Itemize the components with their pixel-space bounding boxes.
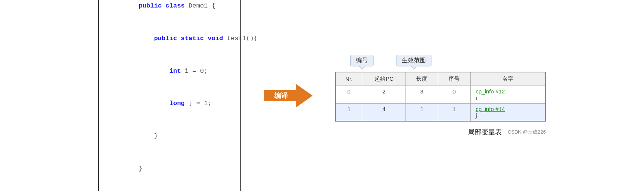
kw-long: long <box>169 100 188 107</box>
right-panel: 编号 生效范围 Nr. 起始PC 长度 序号 名字 0 2 3 0 <box>335 55 546 137</box>
row0-name-var: i <box>476 95 477 101</box>
code-line-6: } <box>108 153 231 185</box>
row1-seq: 1 <box>438 103 470 121</box>
kw-public-2: public <box>154 35 181 42</box>
kw-public-1: public <box>139 2 166 9</box>
row0-seq: 0 <box>438 86 470 103</box>
row0-length: 3 <box>406 86 438 103</box>
col-nr: Nr. <box>336 72 362 86</box>
code-box: public class Demo1 { public static void … <box>98 0 241 191</box>
row0-start-pc: 2 <box>362 86 406 103</box>
main-container: public class Demo1 { public static void … <box>0 0 644 191</box>
row0-nr: 0 <box>336 86 362 103</box>
table-header-row: Nr. 起始PC 长度 序号 名字 <box>336 72 545 86</box>
tooltip-nr: 编号 <box>350 55 374 66</box>
var-table: Nr. 起始PC 长度 序号 名字 0 2 3 0 cp_info #12 i <box>335 72 546 122</box>
col-name: 名字 <box>470 72 545 86</box>
row0-name: cp_info #12 i <box>470 86 545 103</box>
method-name: test1(){ <box>227 35 258 42</box>
row1-nr: 1 <box>336 103 362 121</box>
col-length: 长度 <box>406 72 438 86</box>
row1-length: 1 <box>406 103 438 121</box>
row1-start-pc: 4 <box>362 103 406 121</box>
kw-void: void <box>208 35 227 42</box>
svg-text:编译: 编译 <box>274 92 288 99</box>
tooltip-row: 编号 生效范围 <box>350 55 431 66</box>
arrow-wrapper: 编译 <box>264 81 313 111</box>
kw-static: static <box>181 35 208 42</box>
source-panel: public class Demo1 { public static void … <box>98 0 241 191</box>
table-row: 1 4 1 1 cp_info #14 j <box>336 103 545 121</box>
var-i: i = 0; <box>185 68 208 75</box>
tooltip-scope: 生效范围 <box>396 55 431 66</box>
code-line-4: long j = 1; <box>108 88 231 120</box>
arrow-section: 编译 <box>264 81 313 111</box>
close-brace-2: } <box>139 165 143 172</box>
code-line-3: int i = 0; <box>108 55 231 88</box>
row1-name: cp_info #14 j <box>470 103 545 121</box>
row1-name-var: j <box>476 112 477 119</box>
compile-arrow: 编译 <box>264 81 313 111</box>
kw-class: class <box>166 2 188 9</box>
col-start-pc: 起始PC <box>362 72 406 86</box>
col-seq: 序号 <box>438 72 470 86</box>
row0-name-link[interactable]: cp_info #12 <box>476 88 505 95</box>
csdn-watermark: CSDN @玉成226 <box>508 129 546 135</box>
code-line-1: public class Demo1 { <box>108 0 231 23</box>
class-name: Demo1 { <box>188 2 215 9</box>
table-row: 0 2 3 0 cp_info #12 i <box>336 86 545 103</box>
code-line-5: } <box>108 120 231 153</box>
bottom-label-row: 局部变量表 CSDN @玉成226 <box>335 128 546 137</box>
row1-name-link[interactable]: cp_info #14 <box>476 106 505 112</box>
var-j: j = 1; <box>188 100 211 107</box>
table-main-label: 局部变量表 <box>468 128 502 137</box>
svg-marker-0 <box>264 84 313 108</box>
kw-int: int <box>169 68 185 75</box>
code-line-2: public static void test1(){ <box>108 23 231 55</box>
close-brace-1: } <box>154 132 158 140</box>
